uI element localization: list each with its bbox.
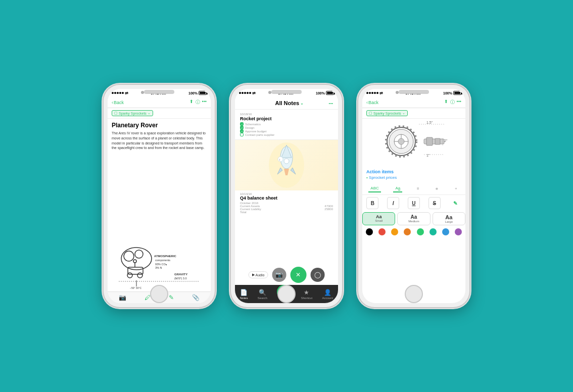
- svg-text:1": 1": [426, 154, 430, 157]
- svg-text:ATMOSPHERIC: ATMOSPHERIC: [154, 255, 177, 258]
- tab-notes[interactable]: 📄 Notes: [240, 289, 248, 300]
- floating-buttons: ▶Audio 📷 ✕ ◯: [249, 267, 325, 283]
- format-tab-abc[interactable]: ABC: [368, 185, 380, 192]
- notebook-badge-3[interactable]: ▢ Sparky Sprockets ⌄: [366, 110, 408, 116]
- notebook-header-3: ▢ Sparky Sprockets ⌄: [362, 108, 465, 119]
- svg-point-4: [127, 273, 132, 278]
- color-black[interactable]: [366, 228, 373, 235]
- notes-list-title: All Notes ⌄: [275, 100, 304, 106]
- underline-btn[interactable]: U: [408, 197, 420, 209]
- svg-text:2": 2": [444, 139, 448, 142]
- back-button-3[interactable]: ‹ Back: [366, 100, 378, 105]
- rocket-preview: i: [235, 140, 338, 190]
- more-icon[interactable]: •••: [202, 99, 207, 106]
- notebook-badge-1[interactable]: ▢ Sparky Sprockets ⌄: [112, 110, 153, 116]
- speaker-3: [399, 90, 429, 94]
- sprocket-diagram: 1.5" 2" 1": [362, 119, 465, 164]
- close-float-btn[interactable]: ✕: [290, 267, 306, 283]
- notes-tab-icon: 📄: [240, 289, 248, 296]
- note-content-1: Planetary Rover The Ares IV rover is a s…: [108, 119, 211, 231]
- account-tab-icon: 👤: [324, 289, 331, 296]
- color-red[interactable]: [378, 228, 386, 235]
- share-icon-3[interactable]: ⬆: [444, 99, 448, 106]
- format-tab-list[interactable]: ≡: [415, 185, 421, 192]
- audio-btn[interactable]: ▶Audio: [249, 271, 268, 278]
- note-item-2[interactable]: 10/14/16 Q4 balance sheet October 2016 C…: [235, 190, 338, 216]
- size-large[interactable]: Aa Large: [433, 212, 465, 225]
- camera-icon-1[interactable]: 📷: [119, 294, 126, 301]
- attachment-icon-1[interactable]: 📎: [192, 294, 200, 301]
- home-button-3[interactable]: [405, 285, 423, 303]
- svg-point-24: [278, 157, 283, 162]
- svg-text:GRAVITY: GRAVITY: [174, 273, 187, 276]
- nav-actions-3: ⬆ ⓘ •••: [444, 99, 461, 106]
- nav-actions-1: ⬆ ⓘ •••: [189, 99, 207, 106]
- nav-bar-1: ‹ Back ⬆ ⓘ •••: [108, 97, 211, 108]
- color-teal[interactable]: [429, 228, 437, 235]
- svg-point-2: [135, 250, 143, 258]
- action-item-1: • Sprocket prices: [366, 175, 461, 180]
- size-options: Aa Small Aa Medium Aa Large: [362, 212, 465, 225]
- camera-float-btn[interactable]: 📷: [272, 268, 286, 282]
- tab-shortcut[interactable]: ★ Shortcut: [301, 289, 312, 300]
- svg-text:~50° 30°C: ~50° 30°C: [130, 286, 141, 289]
- shortcut-tab-icon: ★: [304, 289, 309, 296]
- note-body-1: The Ares IV rover is a space exploration…: [112, 131, 207, 151]
- style-buttons: B I U S ✎: [362, 197, 465, 209]
- italic-btn[interactable]: I: [387, 197, 399, 209]
- note-sketch-1: ATMOSPHERIC components 93% CO₂ 3% N GRAV…: [108, 231, 211, 291]
- tab-account[interactable]: 👤 Account: [322, 289, 333, 300]
- note-item-1[interactable]: 10/18/16 Rocket project ✓Schematics ✓Des…: [235, 110, 338, 140]
- more-icon-3[interactable]: •••: [457, 99, 461, 106]
- phone-2: ⇌ 9:41 AM 100% All Notes ⌄ •••: [231, 85, 342, 307]
- svg-point-23: [284, 159, 289, 164]
- home-button-2[interactable]: [277, 285, 296, 303]
- format-toolbar: ABC Aa ≡ ⎈ +: [362, 183, 465, 195]
- info-icon-3[interactable]: ⓘ: [450, 99, 455, 106]
- note-title-1: Planetary Rover: [112, 122, 207, 129]
- speaker: [144, 90, 174, 94]
- nav-bar-3: ‹ Back ⬆ ⓘ •••: [362, 97, 465, 108]
- color-options: [362, 228, 465, 235]
- speaker-2: [271, 90, 302, 94]
- action-items-section: Action items • Sprocket prices: [362, 166, 465, 183]
- color-blue[interactable]: [442, 228, 449, 235]
- pencil-icon-1[interactable]: ✎: [169, 294, 174, 301]
- svg-text:components: components: [155, 259, 170, 262]
- format-tab-add[interactable]: +: [453, 185, 459, 192]
- scan-float-btn[interactable]: ◯: [310, 268, 324, 282]
- svg-text:93% CO₂: 93% CO₂: [155, 263, 167, 266]
- search-tab-icon: 🔍: [259, 289, 266, 296]
- color-green[interactable]: [417, 228, 424, 235]
- color-purple[interactable]: [455, 228, 462, 235]
- strikethrough-btn[interactable]: S: [428, 197, 441, 209]
- size-small[interactable]: Aa Small: [362, 212, 395, 225]
- svg-point-5: [137, 273, 142, 278]
- svg-rect-36: [426, 137, 433, 145]
- notebook-header-1: ▢ Sparky Sprockets ⌄: [108, 108, 211, 119]
- color-orange[interactable]: [391, 228, 398, 235]
- bold-btn[interactable]: B: [366, 197, 378, 209]
- notes-list-header: All Notes ⌄ •••: [235, 97, 338, 110]
- svg-text:3% N: 3% N: [155, 266, 162, 269]
- highlight-btn[interactable]: ✎: [449, 197, 461, 209]
- color-amber[interactable]: [404, 228, 411, 235]
- svg-text:(M/S²) 3.0: (M/S²) 3.0: [174, 277, 186, 280]
- format-tab-font[interactable]: Aa: [393, 185, 402, 192]
- svg-point-1: [124, 251, 134, 261]
- svg-rect-37: [435, 138, 440, 144]
- size-medium[interactable]: Aa Medium: [397, 212, 430, 225]
- info-icon[interactable]: ⓘ: [196, 99, 200, 106]
- format-tab-photo[interactable]: ⎈: [434, 185, 440, 192]
- phone-1: ⇌ 9:41 AM 100% ‹ Back ⬆ ⓘ •••: [104, 85, 215, 307]
- phones-container: ⇌ 9:41 AM 100% ‹ Back ⬆ ⓘ •••: [104, 85, 469, 307]
- phone-3: ⇌ 9:41 AM 100% ‹ Back ⬆ ⓘ •••: [358, 85, 469, 307]
- tab-search[interactable]: 🔍 Search: [258, 289, 267, 300]
- svg-text:i: i: [279, 158, 280, 161]
- svg-text:1.5": 1.5": [426, 121, 433, 124]
- svg-point-30: [398, 138, 404, 144]
- share-icon[interactable]: ⬆: [189, 99, 194, 106]
- home-button-1[interactable]: [150, 285, 168, 303]
- back-button-1[interactable]: ‹ Back: [112, 100, 124, 105]
- more-icon-2[interactable]: •••: [329, 101, 333, 106]
